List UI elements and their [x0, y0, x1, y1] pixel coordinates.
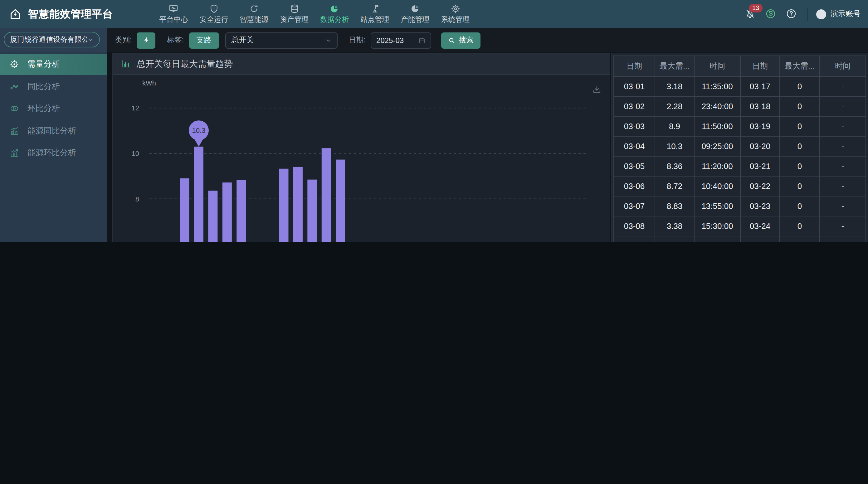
bar[interactable]: [322, 148, 331, 242]
pie-icon: [330, 4, 340, 14]
table-cell: 10.3: [655, 136, 694, 156]
bar[interactable]: [208, 191, 217, 242]
help-button[interactable]: [786, 8, 798, 20]
nav-right: 13 演示账号: [736, 0, 868, 28]
sidebar-item-mom[interactable]: 环比分析: [0, 98, 107, 119]
table-cell: 03-07: [614, 196, 655, 216]
bar[interactable]: [194, 147, 204, 242]
nav-item-database[interactable]: 资产管理: [274, 0, 314, 28]
bar[interactable]: [293, 167, 303, 242]
nav-item-shield[interactable]: 安全运行: [194, 0, 234, 28]
search-icon: [448, 36, 456, 44]
sidebar-item-label: 环比分析: [27, 103, 60, 114]
table-row: 03-022.2823:40:0003-180-: [614, 96, 866, 116]
table-cell: 8.9: [655, 116, 694, 136]
date-value: 2025-03: [376, 36, 404, 44]
nav-item-platform[interactable]: 平台中心: [154, 0, 194, 28]
table-header-cell: 时间: [819, 56, 866, 76]
table-header-cell: 日期: [614, 56, 655, 76]
table-cell: 11:50:00: [694, 116, 740, 136]
chevron-down-icon: [325, 37, 331, 43]
table-cell: 0: [780, 156, 819, 176]
company-select[interactable]: 厦门锐谷通信设备有限公司: [4, 32, 100, 47]
table-cell: -: [819, 176, 866, 196]
nav-item-robot-arm[interactable]: 站点管理: [355, 0, 395, 28]
account-name[interactable]: 演示账号: [831, 9, 861, 19]
table-row: 03-078.8313:55:0003-230-: [614, 196, 866, 216]
device-select[interactable]: 总开关: [225, 32, 337, 49]
nav-item-pie[interactable]: 数据分析: [314, 0, 355, 28]
table-cell: -: [819, 116, 866, 136]
table-header-cell: 时间: [694, 56, 740, 76]
sidebar-item-demand[interactable]: 需量分析: [0, 54, 107, 74]
nav-item-recycle[interactable]: 智慧能源: [234, 0, 274, 28]
nav-item-label: 智慧能源: [240, 15, 269, 24]
table-cell: 03-06: [614, 176, 655, 196]
bar[interactable]: [222, 183, 232, 242]
table-row: 03-013.1811:35:0003-170-: [614, 76, 866, 96]
nav-item-label: 平台中心: [159, 15, 188, 24]
nav-item-label: 站点管理: [361, 15, 390, 24]
sidebar-item-label: 需量分析: [27, 59, 60, 70]
tag-branch-button[interactable]: 支路: [189, 32, 219, 49]
notifications-button[interactable]: 13: [744, 8, 757, 20]
top-nav: 智慧能效管理平台 平台中心安全运行智慧能源资产管理数据分析站点管理产能管理系统管…: [0, 0, 868, 28]
sidebar-item-yoy[interactable]: 同比分析: [0, 76, 107, 97]
table-header-row: 日期最大需...时间日期最大需...时间: [614, 56, 866, 76]
category-electric-button[interactable]: [137, 32, 156, 49]
company-select-area: 厦门锐谷通信设备有限公司: [0, 28, 107, 53]
y-axis-unit: kWh: [142, 79, 156, 87]
bar[interactable]: [336, 160, 345, 242]
sidebar: 需量分析同比分析环比分析能源同比分析能源环比分析: [0, 53, 107, 242]
table-row: 03-038.911:50:0003-190-: [614, 116, 866, 136]
chart-title: 总开关每日最大需量趋势: [137, 58, 233, 69]
table-cell: 03-21: [740, 156, 780, 176]
bar-chart[interactable]: kWh0246810123-013-033-053-073-093-113-13…: [113, 74, 610, 242]
table-header-cell: 日期: [740, 56, 780, 76]
sidebar-item-label: 能源环比分析: [27, 147, 76, 158]
table-cell: -: [819, 196, 866, 216]
bar[interactable]: [180, 179, 189, 242]
chart-panel: 总开关每日最大需量趋势 kWh0246810123-013-033-053-07…: [112, 53, 610, 242]
lightning-icon: [142, 36, 150, 44]
category-label: 类别:: [115, 35, 132, 45]
table-cell: -: [819, 156, 866, 176]
chart-panel-header: 总开关每日最大需量趋势: [113, 54, 610, 75]
database-icon: [289, 4, 300, 14]
table-cell: 3.38: [655, 216, 694, 236]
demand-icon: [9, 59, 19, 69]
bar[interactable]: [307, 180, 317, 242]
table-cell: -: [819, 96, 866, 116]
logo: 智慧能效管理平台: [8, 0, 113, 28]
nav-item-label: 系统管理: [441, 15, 470, 24]
table-cell: 0: [780, 116, 819, 136]
bar[interactable]: [279, 169, 288, 242]
nav-item-label: 产能管理: [401, 15, 430, 24]
nav-item-gear[interactable]: 系统管理: [435, 0, 475, 28]
table-cell: 18:50:00: [694, 236, 740, 242]
bar-chart-svg: kWh0246810123-013-033-053-073-093-113-13…: [113, 74, 610, 242]
recycle-icon: [249, 4, 259, 14]
nav-item-doughnut[interactable]: 产能管理: [395, 0, 435, 28]
yoy-icon: [9, 82, 19, 91]
table-cell: -: [819, 136, 866, 156]
app-title: 智慧能效管理平台: [28, 7, 113, 21]
date-input[interactable]: 2025-03: [371, 32, 431, 49]
table-cell: 2.28: [655, 96, 694, 116]
help-icon: [786, 8, 797, 19]
table-row: 03-058.3611:20:0003-210-: [614, 156, 866, 176]
table-cell: 03-23: [740, 196, 780, 216]
demand-table: 日期最大需...时间日期最大需...时间 03-013.1811:35:0003…: [613, 56, 866, 242]
table-cell: 03-20: [740, 136, 780, 156]
avatar[interactable]: [816, 9, 826, 19]
company-name: 厦门锐谷通信设备有限公司: [10, 35, 87, 44]
table-cell: 03-22: [740, 176, 780, 196]
status-gauge-button[interactable]: [765, 8, 777, 20]
sidebar-item-energy-yoy[interactable]: 能源同比分析: [0, 120, 107, 141]
bar[interactable]: [237, 180, 246, 242]
table-cell: 03-19: [740, 116, 780, 136]
search-button[interactable]: 搜索: [441, 32, 480, 49]
sidebar-item-energy-mom[interactable]: 能源环比分析: [0, 142, 107, 163]
search-label: 搜索: [459, 35, 474, 45]
table-cell: 3.18: [655, 76, 694, 96]
